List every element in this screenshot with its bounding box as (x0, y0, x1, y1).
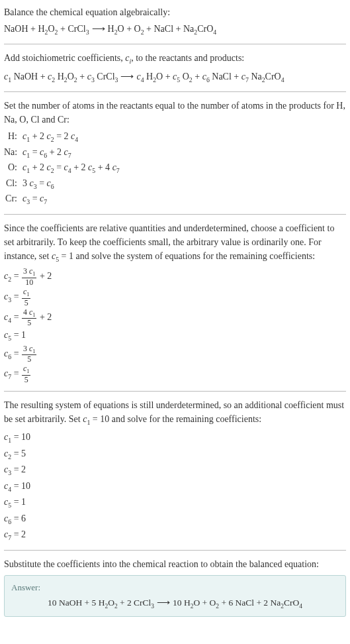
atom-row: H: c1 + 2 c2 = 2 c4 (4, 129, 346, 144)
coef-row: c2 = 3 c110 + 2 (4, 267, 346, 287)
atom-row: Cl: 3 c3 = c6 (4, 176, 346, 191)
coef-row: c4 = 4 c15 + 2 (4, 308, 346, 328)
coef-row: c3 = c15 (4, 288, 346, 307)
divider (4, 391, 346, 392)
substitute-text: Substitute the coefficients into the che… (4, 557, 346, 571)
atom-label: O: (4, 160, 22, 174)
coef-row: c3 = 2 (4, 462, 346, 478)
stoich-equation: c1 NaOH + c2 H2O2 + c3 CrCl3⟶c4 H2O + c5… (4, 70, 346, 85)
answer-box: Answer: 10 NaOH + 5 H2O2 + 2 CrCl3⟶10 H2… (4, 575, 346, 617)
divider (4, 91, 346, 92)
atom-row: O: c1 + 2 c2 = c4 + 2 c5 + 4 c7 (4, 160, 346, 176)
underdet1-text: Since the coefficients are relative quan… (4, 221, 346, 264)
divider (4, 550, 346, 551)
intro-title: Balance the chemical equation algebraica… (4, 5, 346, 19)
answer-label: Answer: (11, 581, 339, 594)
coef-row: c4 = 10 (4, 479, 346, 494)
substitute-section: Substitute the coefficients into the che… (4, 557, 346, 617)
divider (4, 214, 346, 215)
coef-row: c5 = 1 (4, 495, 346, 510)
coef-row: c7 = c15 (4, 364, 346, 384)
coef-list-frac: c2 = 3 c110 + 2 c3 = c15 c4 = 4 c15 + 2 … (4, 267, 346, 384)
atom-row: Cr: c3 = c7 (4, 191, 346, 207)
stoich-section: Add stoichiometric coefficients, ci, to … (4, 51, 346, 85)
coef-row: c2 = 5 (4, 447, 346, 462)
atom-equation: c1 + 2 c2 = c4 + 2 c5 + 4 c7 (22, 160, 346, 176)
coef-row: c6 = 3 c15 (4, 345, 346, 364)
atom-equation: c3 = c7 (22, 191, 346, 207)
atom-equation: 3 c3 = c6 (22, 176, 346, 191)
atom-row: Na: c1 = c6 + 2 c7 (4, 145, 346, 160)
atoms-section: Set the number of atoms in the reactants… (4, 99, 346, 207)
stoich-title: Add stoichiometric coefficients, ci, to … (4, 51, 346, 66)
coef-list-int: c1 = c₁ = 1010 c2 = 5 c3 = 2 c4 = 10 c5 … (4, 430, 346, 543)
intro-section: Balance the chemical equation algebraica… (4, 5, 346, 37)
answer-equation: 10 NaOH + 5 H2O2 + 2 CrCl3⟶10 H2O + O2 +… (11, 596, 339, 611)
atom-label: Cr: (4, 191, 22, 205)
underdet2-text: The resulting system of equations is sti… (4, 398, 346, 427)
atom-label: Na: (4, 145, 22, 159)
coef-row: c7 = 2 (4, 527, 346, 543)
underdet2-section: The resulting system of equations is sti… (4, 398, 346, 543)
underdet1-section: Since the coefficients are relative quan… (4, 221, 346, 384)
intro-equation: NaOH + H2O2 + CrCl3⟶H2O + O2 + NaCl + Na… (4, 22, 346, 37)
divider (4, 44, 346, 44)
coef-row: c6 = 6 (4, 511, 346, 527)
atoms-title: Set the number of atoms in the reactants… (4, 99, 346, 127)
atom-label: Cl: (4, 176, 22, 190)
atom-label: H: (4, 129, 22, 143)
atom-equation: c1 + 2 c2 = 2 c4 (22, 129, 346, 144)
coef-row: c1 = c₁ = 1010 (4, 430, 346, 445)
atom-table: H: c1 + 2 c2 = 2 c4 Na: c1 = c6 + 2 c7 O… (4, 129, 346, 207)
atom-equation: c1 = c6 + 2 c7 (22, 145, 346, 160)
coef-row: c5 = 1 (4, 328, 346, 343)
